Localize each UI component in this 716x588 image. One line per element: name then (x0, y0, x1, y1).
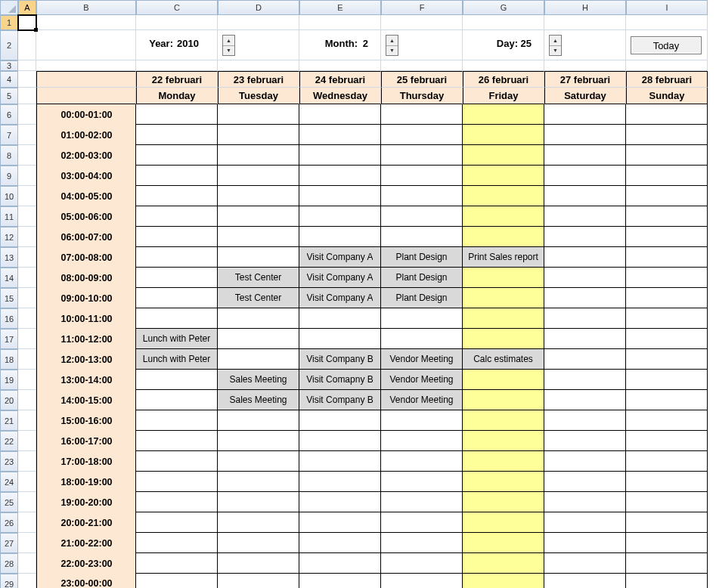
grid-cell[interactable] (135, 430, 218, 451)
grid-cell[interactable] (299, 430, 381, 451)
row-header-6[interactable]: 6 (0, 104, 18, 125)
grid-cell[interactable] (299, 165, 381, 186)
select-all-corner[interactable] (0, 0, 18, 15)
day-down-icon[interactable]: ▼ (550, 46, 561, 56)
grid-cell[interactable] (380, 206, 463, 227)
cell-A3[interactable] (18, 60, 36, 71)
event-cell[interactable]: Print Sales report (462, 246, 544, 268)
row-header-1[interactable]: 1 (0, 15, 18, 30)
grid-cell[interactable] (462, 104, 544, 125)
grid-cell[interactable] (135, 471, 218, 492)
event-cell[interactable]: Test Center (217, 267, 299, 288)
cell-A21[interactable] (18, 410, 36, 431)
grid-cell[interactable] (299, 512, 381, 533)
grid-cell[interactable] (217, 124, 299, 145)
grid-cell[interactable] (299, 206, 381, 227)
grid-cell[interactable] (299, 185, 381, 206)
grid-cell[interactable] (135, 287, 218, 308)
grid-cell[interactable] (380, 185, 463, 206)
grid-cell[interactable] (625, 512, 708, 533)
cell-B3[interactable] (36, 60, 136, 71)
row-header-17[interactable]: 17 (0, 329, 18, 349)
cell-I1[interactable] (626, 15, 708, 30)
col-header-E[interactable]: E (299, 0, 381, 15)
cell-B2[interactable] (36, 30, 136, 60)
event-cell[interactable]: Plant Design (380, 246, 463, 268)
grid-cell[interactable] (299, 226, 381, 247)
cell-H1[interactable] (544, 15, 626, 30)
grid-cell[interactable] (135, 450, 218, 472)
row-header-10[interactable]: 10 (0, 186, 18, 206)
grid-cell[interactable] (135, 185, 218, 206)
cell-D1[interactable] (218, 15, 299, 30)
grid-cell[interactable] (217, 144, 299, 166)
cell-G2[interactable]: Day:25 (463, 30, 544, 60)
year-spinner[interactable]: ▲▼ (222, 35, 235, 56)
day-dow-3[interactable]: Thursday (381, 88, 463, 104)
day-dow-0[interactable]: Monday (136, 88, 218, 104)
grid-cell[interactable] (135, 573, 218, 588)
col-header-H[interactable]: H (544, 0, 626, 15)
event-cell[interactable]: Sales Meeting (217, 389, 299, 410)
grid-cell[interactable] (380, 491, 463, 512)
year-up-icon[interactable]: ▲ (223, 36, 234, 46)
grid-cell[interactable] (380, 532, 463, 553)
grid-cell[interactable] (462, 450, 544, 472)
grid-cell[interactable] (462, 573, 544, 588)
grid-cell[interactable] (135, 267, 218, 288)
row-header-15[interactable]: 15 (0, 288, 18, 308)
cell-A4[interactable] (18, 71, 36, 88)
day-date-3[interactable]: 25 februari (381, 71, 463, 88)
grid-cell[interactable] (380, 430, 463, 451)
grid-cell[interactable] (299, 104, 381, 125)
grid-cell[interactable] (380, 573, 463, 588)
grid-cell[interactable] (544, 287, 626, 308)
cell-A1[interactable] (18, 15, 36, 30)
grid-cell[interactable] (544, 430, 626, 451)
grid-cell[interactable] (625, 267, 708, 288)
cell-A25[interactable] (18, 492, 36, 512)
cell-E1[interactable] (299, 15, 381, 30)
grid-cell[interactable] (462, 267, 544, 288)
grid-cell[interactable] (462, 389, 544, 410)
grid-cell[interactable] (462, 206, 544, 227)
day-dow-4[interactable]: Friday (463, 88, 544, 104)
event-cell[interactable]: Calc estimates (462, 348, 544, 370)
grid-cell[interactable] (625, 471, 708, 492)
cell-B1[interactable] (36, 15, 136, 30)
cell-D2[interactable]: ▲▼ (218, 30, 299, 60)
grid-cell[interactable] (380, 552, 463, 574)
grid-cell[interactable] (217, 308, 299, 329)
event-cell[interactable]: Lunch with Peter (135, 328, 218, 349)
grid-cell[interactable] (544, 491, 626, 512)
grid-cell[interactable] (625, 430, 708, 451)
event-cell[interactable]: Vendor Meeting (380, 369, 463, 390)
cell-F2[interactable]: ▲▼ (381, 30, 463, 60)
row-header-9[interactable]: 9 (0, 166, 18, 186)
grid-cell[interactable] (380, 410, 463, 431)
grid-cell[interactable] (625, 185, 708, 206)
cell-A16[interactable] (18, 308, 36, 329)
cell-D3[interactable] (218, 60, 299, 71)
event-cell[interactable]: Sales Meeting (217, 369, 299, 390)
grid-cell[interactable] (625, 532, 708, 553)
col-header-G[interactable]: G (463, 0, 544, 15)
month-up-icon[interactable]: ▲ (386, 36, 398, 46)
grid-cell[interactable] (625, 308, 708, 329)
grid-cell[interactable] (135, 308, 218, 329)
grid-cell[interactable] (135, 104, 218, 125)
grid-cell[interactable] (217, 491, 299, 512)
cell-G1[interactable] (463, 15, 544, 30)
grid-cell[interactable] (544, 124, 626, 145)
grid-cell[interactable] (135, 389, 218, 410)
grid-cell[interactable] (625, 348, 708, 370)
grid-cell[interactable] (380, 471, 463, 492)
grid-cell[interactable] (299, 450, 381, 472)
grid-cell[interactable] (544, 348, 626, 370)
cell-A27[interactable] (18, 533, 36, 553)
grid-cell[interactable] (217, 552, 299, 574)
grid-cell[interactable] (625, 124, 708, 145)
cell-H3[interactable] (544, 60, 626, 71)
grid-cell[interactable] (625, 165, 708, 186)
cell-A17[interactable] (18, 329, 36, 349)
